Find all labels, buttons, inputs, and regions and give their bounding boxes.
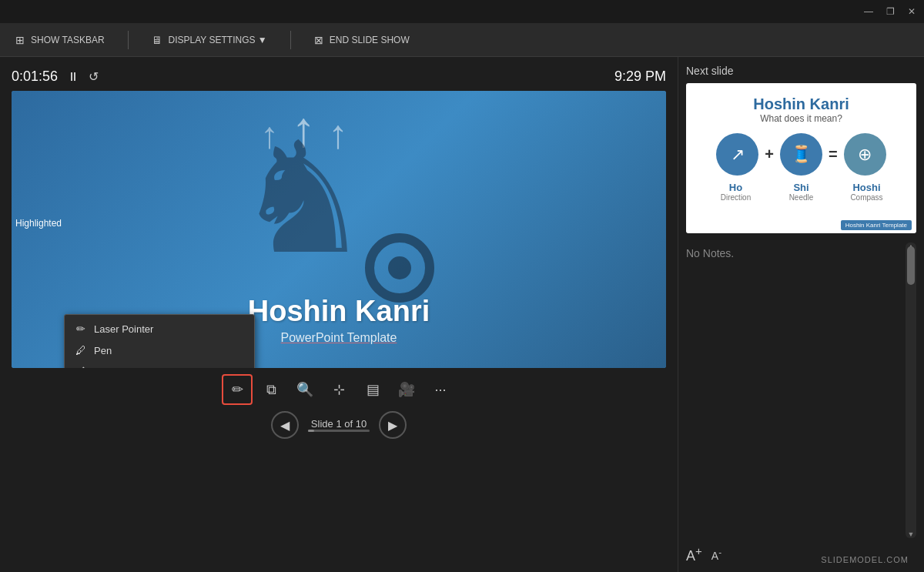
- preview-subtitle: What does it mean?: [760, 113, 842, 124]
- target-outer: [365, 233, 434, 303]
- close-button[interactable]: ✕: [906, 6, 918, 17]
- icon-toolbar: ✏ ⧉ 🔍 ⊹ ▤ 🎥 ···: [222, 374, 456, 405]
- slide-title-group: Hoshin Kanri PowerPoint Template: [248, 295, 430, 345]
- camera-button[interactable]: 🎥: [391, 374, 422, 405]
- laser-pointer-label: Laser Pointer: [94, 323, 153, 335]
- label-shi: Shi Needle: [780, 182, 822, 202]
- minimize-button[interactable]: —: [862, 6, 875, 17]
- show-taskbar-button[interactable]: ⊞ SHOW TASKBAR: [15, 34, 105, 46]
- hoshi-word: Hoshi: [845, 182, 888, 193]
- menu-pen[interactable]: 🖊 Pen: [65, 340, 254, 361]
- watermark: SLIDEMODEL.COM: [821, 555, 909, 564]
- toolbar-separator-1: [128, 31, 129, 49]
- right-panel: Next slide Hoshin Kanri What does it mea…: [678, 57, 924, 572]
- slide-info: Slide 1 of 10: [308, 418, 370, 432]
- target-inner: [388, 256, 411, 279]
- scrollbar-arrow-down[interactable]: ▼: [908, 530, 915, 538]
- title-bar: — ❐ ✕: [0, 0, 924, 23]
- preview-circle-hoshi: ⊕: [844, 133, 886, 176]
- maximize-button[interactable]: ❐: [884, 6, 896, 17]
- restart-button[interactable]: ↺: [89, 69, 99, 84]
- pointer-button[interactable]: ⊹: [323, 374, 354, 405]
- highlighted-label: Highlighted: [15, 218, 62, 229]
- next-slide-button[interactable]: ▶: [379, 411, 407, 439]
- laser-pointer-icon: ✏: [74, 323, 88, 335]
- menu-laser-pointer[interactable]: ✏ Laser Pointer: [65, 318, 254, 340]
- nav-controls: ◀ Slide 1 of 10 ▶: [271, 411, 407, 439]
- preview-circle-ho: ↗: [716, 133, 758, 176]
- end-show-icon: ⊠: [314, 34, 323, 46]
- prev-slide-button[interactable]: ◀: [271, 411, 299, 439]
- preview-icons-row: ↗ + 🧵 = ⊕: [716, 133, 886, 176]
- preview-circle-shi: 🧵: [780, 133, 822, 176]
- end-slide-show-button[interactable]: ⊠ END SLIDE SHOW: [314, 34, 410, 46]
- display-settings-label: DISPLAY SETTINGS ▼: [169, 35, 267, 45]
- slides-button[interactable]: ⧉: [256, 374, 286, 405]
- font-decrease-button[interactable]: A-: [711, 547, 721, 562]
- slide-subtitle: PowerPoint Template: [248, 331, 430, 345]
- presentation-area: 0:01:56 ⏸ ↺ 9:29 PM ↑ ↑ ↑ ♞: [0, 57, 678, 572]
- next-slide-preview: Hoshin Kanri What does it mean? ↗ + 🧵 = …: [686, 83, 916, 233]
- preview-title: Hoshin Kanri: [753, 95, 849, 113]
- show-taskbar-label: SHOW TASKBAR: [31, 35, 105, 45]
- notes-scrollbar[interactable]: ▲ ▼: [906, 243, 916, 538]
- pres-header: 0:01:56 ⏸ ↺ 9:29 PM: [12, 65, 666, 91]
- highlighter-icon: 🖍: [74, 366, 88, 368]
- shi-def: Needle: [780, 193, 822, 202]
- preview-labels-row: Ho Direction Shi Needle Hoshi Compass: [715, 182, 888, 202]
- highlighter-label: Highlighter: [94, 366, 142, 369]
- notes-text: No Notes.: [686, 247, 734, 259]
- chess-piece-icon: ♞: [234, 122, 372, 276]
- toolbar-separator-2: [290, 31, 291, 49]
- ho-word: Ho: [715, 182, 757, 193]
- display-settings-button[interactable]: 🖥 DISPLAY SETTINGS ▼: [152, 34, 267, 46]
- bottom-controls: ✏ ⧉ 🔍 ⊹ ▤ 🎥 ··· ◀ Slide 1 of 10 ▶: [12, 368, 666, 442]
- pause-button[interactable]: ⏸: [67, 70, 79, 84]
- shi-word: Shi: [780, 182, 822, 193]
- timer-display: 0:01:56: [12, 69, 58, 85]
- plus-symbol: +: [765, 146, 774, 163]
- progress-bar: [308, 430, 370, 432]
- slide-title: Hoshin Kanri: [248, 295, 430, 328]
- main-area: 0:01:56 ⏸ ↺ 9:29 PM ↑ ↑ ↑ ♞: [0, 57, 924, 572]
- timer-group: 0:01:56 ⏸ ↺: [12, 69, 99, 85]
- notes-section: No Notes. ▲ ▼: [686, 243, 916, 538]
- hoshi-def: Compass: [845, 193, 888, 202]
- equals-symbol: =: [829, 146, 838, 163]
- ho-def: Direction: [715, 193, 757, 202]
- context-menu: ✏ Laser Pointer 🖊 Pen 🖍 Highlighter Ink …: [64, 314, 255, 368]
- scrollbar-thumb[interactable]: [907, 246, 915, 285]
- search-button[interactable]: 🔍: [290, 374, 320, 405]
- pen-icon: 🖊: [74, 344, 88, 356]
- progress-fill: [308, 430, 314, 432]
- slide-canvas: ↑ ↑ ↑ ♞ Hoshin Kanri PowerPoint Template: [12, 91, 666, 368]
- toolbar: ⊞ SHOW TASKBAR 🖥 DISPLAY SETTINGS ▼ ⊠ EN…: [0, 23, 924, 57]
- subtitles-button[interactable]: ▤: [357, 374, 388, 405]
- label-ho: Ho Direction: [715, 182, 757, 202]
- next-slide-label: Next slide: [686, 65, 916, 77]
- notes-area: No Notes.: [686, 243, 902, 538]
- more-button[interactable]: ···: [425, 374, 456, 405]
- font-increase-button[interactable]: A+: [686, 544, 702, 564]
- pen-tool-button[interactable]: ✏: [222, 374, 253, 405]
- end-slide-show-label: END SLIDE SHOW: [330, 35, 410, 45]
- preview-footer: Hoshin Kanri Template: [841, 220, 912, 230]
- label-hoshi: Hoshi Compass: [845, 182, 888, 202]
- slide-indicator: Slide 1 of 10: [308, 418, 370, 430]
- taskbar-icon: ⊞: [15, 34, 25, 46]
- menu-highlighter[interactable]: 🖍 Highlighter: [65, 361, 254, 368]
- pen-label: Pen: [94, 345, 112, 356]
- clock-display: 9:29 PM: [614, 69, 666, 85]
- display-icon: 🖥: [152, 34, 162, 46]
